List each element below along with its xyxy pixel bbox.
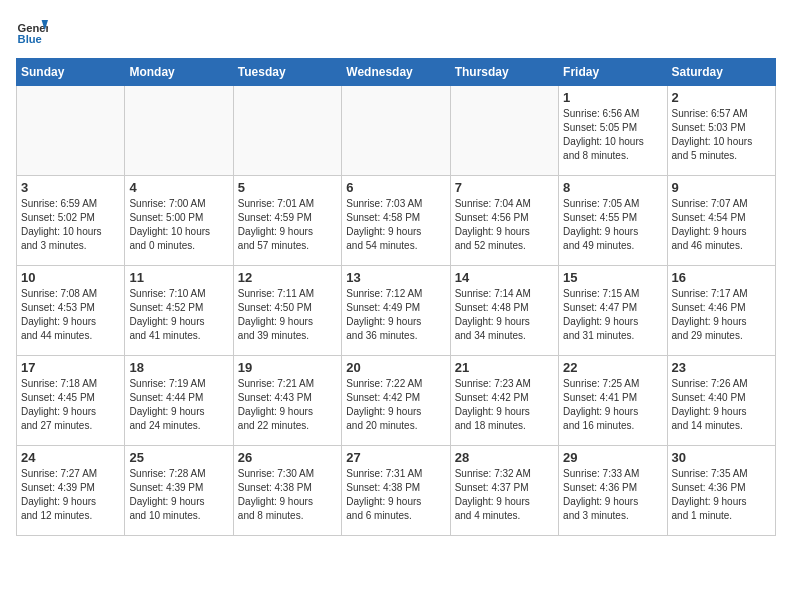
day-cell: 14Sunrise: 7:14 AM Sunset: 4:48 PM Dayli…	[450, 266, 558, 356]
day-detail: Sunrise: 7:26 AM Sunset: 4:40 PM Dayligh…	[672, 377, 771, 433]
day-detail: Sunrise: 7:21 AM Sunset: 4:43 PM Dayligh…	[238, 377, 337, 433]
day-number: 29	[563, 450, 662, 465]
col-header-sunday: Sunday	[17, 59, 125, 86]
col-header-thursday: Thursday	[450, 59, 558, 86]
day-detail: Sunrise: 7:35 AM Sunset: 4:36 PM Dayligh…	[672, 467, 771, 523]
day-cell: 27Sunrise: 7:31 AM Sunset: 4:38 PM Dayli…	[342, 446, 450, 536]
logo: General Blue	[16, 16, 52, 48]
day-detail: Sunrise: 7:03 AM Sunset: 4:58 PM Dayligh…	[346, 197, 445, 253]
day-number: 9	[672, 180, 771, 195]
day-cell: 16Sunrise: 7:17 AM Sunset: 4:46 PM Dayli…	[667, 266, 775, 356]
day-cell: 17Sunrise: 7:18 AM Sunset: 4:45 PM Dayli…	[17, 356, 125, 446]
day-number: 20	[346, 360, 445, 375]
day-cell: 9Sunrise: 7:07 AM Sunset: 4:54 PM Daylig…	[667, 176, 775, 266]
day-detail: Sunrise: 6:59 AM Sunset: 5:02 PM Dayligh…	[21, 197, 120, 253]
day-cell: 8Sunrise: 7:05 AM Sunset: 4:55 PM Daylig…	[559, 176, 667, 266]
day-cell: 6Sunrise: 7:03 AM Sunset: 4:58 PM Daylig…	[342, 176, 450, 266]
day-number: 16	[672, 270, 771, 285]
col-header-wednesday: Wednesday	[342, 59, 450, 86]
day-cell	[450, 86, 558, 176]
day-cell: 5Sunrise: 7:01 AM Sunset: 4:59 PM Daylig…	[233, 176, 341, 266]
day-cell: 19Sunrise: 7:21 AM Sunset: 4:43 PM Dayli…	[233, 356, 341, 446]
day-number: 27	[346, 450, 445, 465]
day-number: 5	[238, 180, 337, 195]
day-detail: Sunrise: 7:18 AM Sunset: 4:45 PM Dayligh…	[21, 377, 120, 433]
day-number: 8	[563, 180, 662, 195]
day-cell: 20Sunrise: 7:22 AM Sunset: 4:42 PM Dayli…	[342, 356, 450, 446]
day-cell: 29Sunrise: 7:33 AM Sunset: 4:36 PM Dayli…	[559, 446, 667, 536]
day-detail: Sunrise: 7:32 AM Sunset: 4:37 PM Dayligh…	[455, 467, 554, 523]
day-number: 1	[563, 90, 662, 105]
day-number: 18	[129, 360, 228, 375]
day-detail: Sunrise: 7:25 AM Sunset: 4:41 PM Dayligh…	[563, 377, 662, 433]
day-detail: Sunrise: 7:30 AM Sunset: 4:38 PM Dayligh…	[238, 467, 337, 523]
day-cell: 28Sunrise: 7:32 AM Sunset: 4:37 PM Dayli…	[450, 446, 558, 536]
day-number: 19	[238, 360, 337, 375]
header-row: SundayMondayTuesdayWednesdayThursdayFrid…	[17, 59, 776, 86]
week-row-5: 24Sunrise: 7:27 AM Sunset: 4:39 PM Dayli…	[17, 446, 776, 536]
day-number: 25	[129, 450, 228, 465]
day-cell: 7Sunrise: 7:04 AM Sunset: 4:56 PM Daylig…	[450, 176, 558, 266]
day-cell	[125, 86, 233, 176]
day-cell	[342, 86, 450, 176]
day-detail: Sunrise: 7:11 AM Sunset: 4:50 PM Dayligh…	[238, 287, 337, 343]
day-detail: Sunrise: 7:31 AM Sunset: 4:38 PM Dayligh…	[346, 467, 445, 523]
day-detail: Sunrise: 7:33 AM Sunset: 4:36 PM Dayligh…	[563, 467, 662, 523]
day-detail: Sunrise: 7:23 AM Sunset: 4:42 PM Dayligh…	[455, 377, 554, 433]
day-detail: Sunrise: 7:14 AM Sunset: 4:48 PM Dayligh…	[455, 287, 554, 343]
day-number: 3	[21, 180, 120, 195]
day-number: 12	[238, 270, 337, 285]
day-detail: Sunrise: 6:56 AM Sunset: 5:05 PM Dayligh…	[563, 107, 662, 163]
day-number: 11	[129, 270, 228, 285]
day-detail: Sunrise: 7:00 AM Sunset: 5:00 PM Dayligh…	[129, 197, 228, 253]
day-detail: Sunrise: 7:28 AM Sunset: 4:39 PM Dayligh…	[129, 467, 228, 523]
day-number: 14	[455, 270, 554, 285]
day-cell: 30Sunrise: 7:35 AM Sunset: 4:36 PM Dayli…	[667, 446, 775, 536]
day-number: 26	[238, 450, 337, 465]
logo-icon: General Blue	[16, 16, 48, 48]
col-header-saturday: Saturday	[667, 59, 775, 86]
day-cell: 24Sunrise: 7:27 AM Sunset: 4:39 PM Dayli…	[17, 446, 125, 536]
day-number: 10	[21, 270, 120, 285]
day-detail: Sunrise: 7:01 AM Sunset: 4:59 PM Dayligh…	[238, 197, 337, 253]
day-cell: 22Sunrise: 7:25 AM Sunset: 4:41 PM Dayli…	[559, 356, 667, 446]
week-row-1: 1Sunrise: 6:56 AM Sunset: 5:05 PM Daylig…	[17, 86, 776, 176]
day-cell	[17, 86, 125, 176]
col-header-monday: Monday	[125, 59, 233, 86]
day-cell: 3Sunrise: 6:59 AM Sunset: 5:02 PM Daylig…	[17, 176, 125, 266]
week-row-2: 3Sunrise: 6:59 AM Sunset: 5:02 PM Daylig…	[17, 176, 776, 266]
day-cell: 1Sunrise: 6:56 AM Sunset: 5:05 PM Daylig…	[559, 86, 667, 176]
col-header-friday: Friday	[559, 59, 667, 86]
header: General Blue	[16, 16, 776, 48]
day-cell: 12Sunrise: 7:11 AM Sunset: 4:50 PM Dayli…	[233, 266, 341, 356]
day-number: 7	[455, 180, 554, 195]
day-cell: 15Sunrise: 7:15 AM Sunset: 4:47 PM Dayli…	[559, 266, 667, 356]
day-detail: Sunrise: 7:19 AM Sunset: 4:44 PM Dayligh…	[129, 377, 228, 433]
day-detail: Sunrise: 7:27 AM Sunset: 4:39 PM Dayligh…	[21, 467, 120, 523]
day-detail: Sunrise: 7:10 AM Sunset: 4:52 PM Dayligh…	[129, 287, 228, 343]
day-cell: 13Sunrise: 7:12 AM Sunset: 4:49 PM Dayli…	[342, 266, 450, 356]
col-header-tuesday: Tuesday	[233, 59, 341, 86]
day-number: 17	[21, 360, 120, 375]
day-detail: Sunrise: 7:05 AM Sunset: 4:55 PM Dayligh…	[563, 197, 662, 253]
day-cell: 26Sunrise: 7:30 AM Sunset: 4:38 PM Dayli…	[233, 446, 341, 536]
day-cell: 23Sunrise: 7:26 AM Sunset: 4:40 PM Dayli…	[667, 356, 775, 446]
day-detail: Sunrise: 6:57 AM Sunset: 5:03 PM Dayligh…	[672, 107, 771, 163]
day-detail: Sunrise: 7:17 AM Sunset: 4:46 PM Dayligh…	[672, 287, 771, 343]
day-number: 30	[672, 450, 771, 465]
day-cell: 25Sunrise: 7:28 AM Sunset: 4:39 PM Dayli…	[125, 446, 233, 536]
day-number: 15	[563, 270, 662, 285]
day-detail: Sunrise: 7:12 AM Sunset: 4:49 PM Dayligh…	[346, 287, 445, 343]
day-number: 23	[672, 360, 771, 375]
day-number: 22	[563, 360, 662, 375]
day-detail: Sunrise: 7:22 AM Sunset: 4:42 PM Dayligh…	[346, 377, 445, 433]
day-cell: 4Sunrise: 7:00 AM Sunset: 5:00 PM Daylig…	[125, 176, 233, 266]
day-detail: Sunrise: 7:08 AM Sunset: 4:53 PM Dayligh…	[21, 287, 120, 343]
day-number: 21	[455, 360, 554, 375]
day-detail: Sunrise: 7:07 AM Sunset: 4:54 PM Dayligh…	[672, 197, 771, 253]
day-cell: 21Sunrise: 7:23 AM Sunset: 4:42 PM Dayli…	[450, 356, 558, 446]
day-number: 6	[346, 180, 445, 195]
day-detail: Sunrise: 7:04 AM Sunset: 4:56 PM Dayligh…	[455, 197, 554, 253]
day-number: 28	[455, 450, 554, 465]
day-cell: 10Sunrise: 7:08 AM Sunset: 4:53 PM Dayli…	[17, 266, 125, 356]
